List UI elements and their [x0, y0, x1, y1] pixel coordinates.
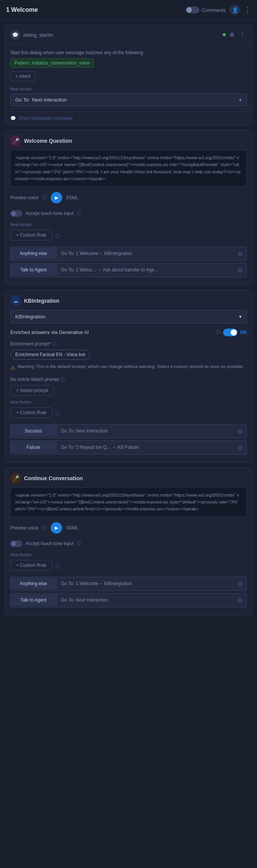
- chevron-down-icon: ▾: [239, 97, 242, 103]
- rule-action-success: Go To: Next Interaction: [56, 425, 234, 437]
- select-prompt-button[interactable]: + Select prompt: [10, 385, 54, 396]
- rule-label-failure: Failure: [11, 442, 56, 453]
- kb-rules-section: Next Action + Custom Rule ⓘ Success Go T…: [5, 400, 252, 462]
- custom-rule-button-wq[interactable]: + Custom Rule: [10, 230, 52, 240]
- cc-rule-action-agent: Go To: Next Interaction: [56, 594, 234, 606]
- welcome-rules-section: Next Action + Custom Rule ⓘ Anything els…: [5, 222, 252, 285]
- continue-touch-tone-row: Accept touch-tone input ⓘ: [5, 539, 252, 552]
- continue-touch-tone-info-icon[interactable]: ⓘ: [77, 540, 81, 547]
- continue-conversation-card: 🎤 Continue Conversation <speak version="…: [5, 467, 252, 615]
- dialog-starter-header: 💬 dialog_starter ⚙ ⋮: [5, 25, 252, 45]
- custom-rule-button-kb[interactable]: + Custom Rule: [10, 407, 52, 418]
- rule-row-success: Success Go To: Next Interaction ⊖: [10, 424, 247, 438]
- comments-toggle[interactable]: Comments: [186, 6, 226, 13]
- rule-label-success: Success: [11, 425, 56, 437]
- touch-tone-label: Accept touch-tone input: [26, 211, 74, 216]
- continue-rules-section: Next Action + Custom Rule ⓘ Anything els…: [5, 552, 252, 615]
- warning-icon: ⚠: [10, 364, 15, 372]
- remove-rule-agent[interactable]: ⊖: [234, 263, 246, 277]
- enrichment-prompt-section: Enrichment prompt* ⓘ Enrichment Factual …: [5, 341, 252, 363]
- custom-rule-info-icon[interactable]: ⓘ: [55, 233, 60, 240]
- enriched-toggle-switch[interactable]: [223, 329, 238, 336]
- next-action-label-cc: Next Action: [10, 552, 247, 557]
- warning-row: ⚠ Warning: This is the default prompt, w…: [5, 363, 252, 376]
- enriched-info-icon[interactable]: ⓘ: [215, 329, 220, 336]
- continue-title: Continue Conversation: [24, 475, 83, 481]
- dialog-starter-card: 💬 dialog_starter ⚙ ⋮ Start this dialog w…: [5, 25, 252, 125]
- kb-select[interactable]: KBIntegration ▾: [10, 310, 247, 323]
- pattern-badge: Pattern: initialize_conversation_voice: [10, 58, 94, 68]
- rule-label-anything: Anything else: [11, 248, 56, 259]
- goto-label: Go To:: [15, 97, 30, 103]
- cc-rule-row-agent: Talk to Agent Go To: Next Interaction ⊖: [10, 593, 247, 607]
- comments-label: Comments: [202, 7, 226, 13]
- continue-play-button[interactable]: ▶: [51, 522, 62, 534]
- cc-rule-action-anything: Go To: 1 Welcome→ KBIntegration: [56, 578, 234, 589]
- header-actions: Comments 👤 ⋮: [186, 5, 251, 15]
- dialog-starter-actions: ⚙ ⋮: [223, 31, 247, 39]
- welcome-question-icon: 🎤: [10, 136, 21, 146]
- welcome-question-header: 🎤 Welcome Question: [5, 130, 252, 150]
- continue-ssml-label: SSML: [66, 525, 79, 531]
- preview-info-icon[interactable]: ⓘ: [42, 194, 47, 201]
- continue-preview-label: Preview voice: [10, 525, 39, 531]
- cc-remove-rule-agent[interactable]: ⊖: [234, 594, 246, 607]
- continue-touch-tone-label: Accept touch-tone input: [26, 541, 74, 546]
- remove-rule-anything[interactable]: ⊖: [234, 247, 246, 260]
- cc-rule-row-anything: Anything else Go To: 1 Welcome→ KBIntegr…: [10, 577, 247, 591]
- more-options-icon[interactable]: ⋮: [244, 6, 251, 14]
- enriched-label: Enriched answers via Generative AI: [10, 329, 212, 335]
- touch-tone-info-icon[interactable]: ⓘ: [77, 210, 81, 217]
- no-article-section: No Article Match prompt ⓘ + Select promp…: [5, 376, 252, 400]
- warning-text: Warning: This is the default prompt, whi…: [18, 363, 244, 370]
- touch-tone-toggle[interactable]: [10, 210, 22, 217]
- dialog-description: Start this dialog when user message matc…: [10, 50, 247, 55]
- kb-custom-rule-info[interactable]: ⓘ: [55, 411, 60, 417]
- cc-rule-label-agent: Talk to Agent: [11, 594, 56, 606]
- ep-label: Enrichment prompt* ⓘ: [10, 341, 247, 347]
- remove-rule-success[interactable]: ⊖: [234, 424, 246, 438]
- dialog-starter-body: Start this dialog when user message matc…: [5, 45, 252, 111]
- comments-toggle-switch[interactable]: [186, 6, 199, 13]
- remove-rule-failure[interactable]: ⊖: [234, 441, 246, 454]
- more-icon[interactable]: ⋮: [238, 31, 247, 39]
- continue-ssml: <speak version="1.0" xmlns="http://www.w…: [10, 487, 247, 517]
- goto-value: Next Interaction: [32, 97, 67, 103]
- settings-icon[interactable]: ⚙: [228, 31, 236, 39]
- enriched-row: Enriched answers via Generative AI ⓘ ON: [5, 329, 252, 341]
- welcome-question-card: 🎤 Welcome Question <speak version="1.0" …: [5, 130, 252, 285]
- comment-box: 💬 Enter interaction comment: [5, 111, 252, 125]
- play-button[interactable]: ▶: [51, 192, 62, 203]
- na-label: No Article Match prompt ⓘ: [10, 376, 247, 383]
- next-action-label: Next Action: [10, 87, 247, 91]
- continue-touch-tone-toggle[interactable]: [10, 540, 22, 547]
- goto-select[interactable]: Go To: Next Interaction ▾: [10, 94, 247, 106]
- rule-action-agent: Go To: 1 Welco... → Ask about transfer t…: [56, 264, 234, 276]
- cc-custom-rule-info[interactable]: ⓘ: [55, 563, 60, 570]
- continue-preview-info-icon[interactable]: ⓘ: [42, 524, 47, 531]
- enriched-toggle[interactable]: ON: [223, 329, 247, 336]
- page-title: 1 Welcome: [6, 6, 186, 13]
- next-action-label-kb: Next Action: [10, 400, 247, 404]
- add-intent-button[interactable]: + Intent: [10, 71, 35, 81]
- preview-label: Preview voice: [10, 195, 39, 200]
- kb-integration-header: ☁ KBIntegration: [5, 290, 252, 310]
- continue-preview-row: Preview voice ⓘ ▶ SSML: [5, 522, 252, 539]
- custom-rule-button-cc[interactable]: + Custom Rule: [10, 560, 52, 571]
- next-action-label-wq: Next Action: [10, 222, 247, 227]
- app-header: 1 Welcome Comments 👤 ⋮: [0, 0, 257, 20]
- comment-placeholder[interactable]: Enter interaction comment: [19, 116, 72, 121]
- kb-chevron-icon: ▾: [239, 314, 242, 319]
- na-label-text: No Article Match prompt: [10, 377, 59, 382]
- user-icon[interactable]: 👤: [230, 5, 240, 15]
- rule-action-failure: Go To: 2 Repeat the Q... → KB Failure: [56, 442, 234, 453]
- ep-info-icon[interactable]: ⓘ: [52, 341, 57, 347]
- ep-badge[interactable]: Enrichment Factual EN - Voice bot: [10, 350, 90, 360]
- ssml-label: SSML: [66, 195, 79, 200]
- ep-label-text: Enrichment prompt*: [10, 341, 51, 347]
- cc-rule-label-anything: Anything else: [11, 578, 56, 589]
- kb-select-value: KBIntegration: [15, 314, 45, 319]
- na-info-icon[interactable]: ⓘ: [61, 376, 65, 383]
- comment-icon: 💬: [10, 116, 16, 121]
- cc-remove-rule-anything[interactable]: ⊖: [234, 577, 246, 590]
